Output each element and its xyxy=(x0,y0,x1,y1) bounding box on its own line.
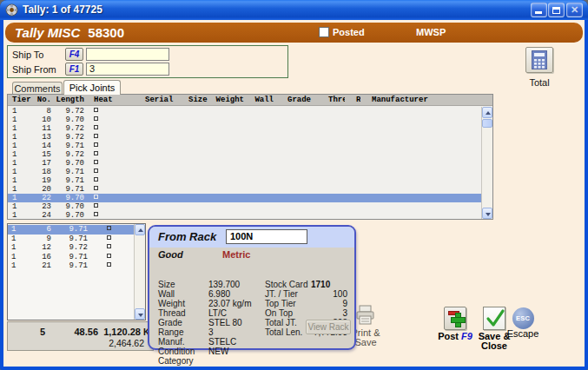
rack-field-label: Grade xyxy=(158,318,182,327)
page-title-number: 58300 xyxy=(88,25,124,40)
cell-empty xyxy=(133,168,176,176)
cell-empty xyxy=(246,176,275,185)
heat-checkbox[interactable] xyxy=(94,125,98,129)
cell-length: 9.72 xyxy=(55,243,89,253)
rack-status: Good xyxy=(158,249,183,260)
cell-no: 16 xyxy=(30,253,55,262)
table-row[interactable]: 1179.70 xyxy=(8,159,481,168)
rack-field-label: Top Tier xyxy=(265,299,296,308)
table-row[interactable]: 1239.70 xyxy=(8,202,481,211)
table-body: 189.721109.701119.721139.721149.711159.7… xyxy=(8,107,481,219)
picked-list-scrollbar[interactable] xyxy=(134,224,145,320)
list-item[interactable]: 1169.71 xyxy=(8,253,134,262)
view-rack-button[interactable]: View Rack xyxy=(306,320,351,334)
rack-number-input[interactable]: 100N xyxy=(226,229,307,244)
heat-checkbox[interactable] xyxy=(107,262,111,267)
heat-checkbox[interactable] xyxy=(94,108,98,112)
table-row[interactable]: 1199.71 xyxy=(8,176,481,185)
cell-tier: 1 xyxy=(8,176,32,185)
from-rack-panel: From Rack 100N Good Metric Size139.700Wa… xyxy=(148,225,356,350)
cell-empty xyxy=(317,176,345,185)
cell-empty xyxy=(345,185,360,194)
cell-empty xyxy=(133,133,176,142)
heat-checkbox[interactable] xyxy=(94,142,98,147)
cell-empty xyxy=(133,185,176,194)
scrollbar-thumb[interactable] xyxy=(482,119,492,128)
heat-checkbox[interactable] xyxy=(107,235,111,240)
minimize-button[interactable] xyxy=(531,3,547,17)
summary-count: 5 xyxy=(32,327,53,337)
table-row[interactable]: 189.72 xyxy=(8,107,481,116)
pick-joints-table: TierNo.LengthHeatSerial NoSizeWeightWall… xyxy=(7,94,493,220)
scroll-down-icon[interactable] xyxy=(482,208,492,219)
heat-checkbox[interactable] xyxy=(94,134,98,138)
cell-empty xyxy=(176,202,213,211)
column-header: Wall xyxy=(246,95,275,105)
cell-tier: 1 xyxy=(8,133,32,142)
cell-empty xyxy=(246,202,275,211)
total-button[interactable]: Total xyxy=(522,47,557,88)
heat-checkbox[interactable] xyxy=(94,195,98,199)
ship-to-f4-button[interactable]: F4 xyxy=(65,48,83,61)
table-row[interactable]: 1109.70 xyxy=(8,116,481,124)
list-item[interactable]: 1129.72 xyxy=(8,243,134,253)
cell-empty xyxy=(345,133,360,142)
table-row[interactable]: 1209.71 xyxy=(8,185,481,194)
heat-checkbox[interactable] xyxy=(94,186,98,190)
list-item[interactable]: 169.71 xyxy=(8,225,134,235)
maximize-button[interactable] xyxy=(548,3,565,17)
tab-pick-joints[interactable]: Pick Joints xyxy=(63,80,121,95)
table-row[interactable]: 1119.72 xyxy=(8,124,481,133)
scroll-up-icon[interactable] xyxy=(135,224,145,235)
cell-empty xyxy=(275,176,317,185)
close-button[interactable]: ✕ xyxy=(566,3,583,17)
heat-checkbox[interactable] xyxy=(94,212,98,216)
scroll-down-icon[interactable] xyxy=(135,308,145,320)
heat-checkbox[interactable] xyxy=(107,244,111,248)
list-item[interactable]: 1219.71 xyxy=(8,261,134,271)
ship-to-input[interactable] xyxy=(86,48,169,61)
heat-checkbox[interactable] xyxy=(94,177,98,182)
cell-empty xyxy=(345,159,360,168)
ship-to-label: Ship To xyxy=(12,50,44,60)
table-row[interactable]: 1149.71 xyxy=(8,142,481,150)
post-button[interactable]: Post F9 xyxy=(435,307,475,341)
table-row[interactable]: 1189.71 xyxy=(8,168,481,176)
title-bar[interactable]: Tally: 1 of 47725 ✕ xyxy=(0,0,588,20)
escape-button[interactable]: ESC Escape xyxy=(503,307,543,339)
rack-field-label: Range xyxy=(158,327,183,337)
table-row[interactable]: 1229.70 xyxy=(8,194,481,202)
heat-checkbox[interactable] xyxy=(94,151,98,155)
rack-field-label: Stock Card xyxy=(265,280,307,289)
cell-no: 13 xyxy=(32,133,55,142)
cell-length: 9.70 xyxy=(55,211,88,219)
posted-checkbox[interactable] xyxy=(319,27,329,37)
table-row[interactable]: 1249.70 xyxy=(8,211,481,219)
heat-checkbox[interactable] xyxy=(107,226,111,230)
ship-from-f1-button[interactable]: F1 xyxy=(65,63,83,76)
cell-empty xyxy=(317,159,345,168)
cell-empty xyxy=(213,107,246,116)
list-item[interactable]: 199.71 xyxy=(8,235,134,244)
ship-from-input[interactable]: 3 xyxy=(86,63,169,76)
header-band: Tally MISC58300 Posted MWSP xyxy=(5,23,583,43)
column-header: Manufacturer xyxy=(360,95,492,105)
cell-no: 19 xyxy=(32,176,55,185)
table-row[interactable]: 1159.72 xyxy=(8,150,481,159)
heat-checkbox[interactable] xyxy=(94,116,98,121)
heat-checkbox[interactable] xyxy=(94,160,98,164)
heat-checkbox[interactable] xyxy=(94,203,98,208)
cell-empty xyxy=(275,133,317,142)
cell-empty xyxy=(176,159,213,168)
cell-empty xyxy=(345,142,360,150)
cell-tier: 1 xyxy=(8,107,32,116)
tab-comments[interactable]: Comments xyxy=(12,82,63,95)
cell-length: 9.71 xyxy=(55,253,89,262)
heat-checkbox[interactable] xyxy=(107,254,111,258)
cell-empty xyxy=(133,159,176,168)
table-row[interactable]: 1139.72 xyxy=(8,133,481,142)
total-label: Total xyxy=(522,77,557,88)
heat-checkbox[interactable] xyxy=(94,168,98,173)
scroll-up-icon[interactable] xyxy=(482,107,492,118)
table-vertical-scrollbar[interactable] xyxy=(481,107,492,219)
